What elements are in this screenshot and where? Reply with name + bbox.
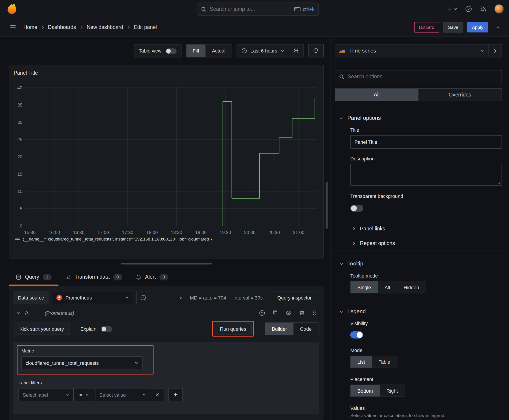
tooltip-mode-hidden[interactable]: Hidden — [397, 281, 426, 293]
svg-text:0: 0 — [20, 224, 23, 228]
save-button[interactable]: Save — [443, 22, 463, 32]
hide-query-icon[interactable] — [285, 310, 292, 316]
topbar: ctrl+k ? — [0, 0, 509, 18]
svg-text:19:00: 19:00 — [195, 230, 207, 235]
scrollbar-thumb[interactable] — [326, 182, 328, 229]
actual-option[interactable]: Actual — [205, 45, 232, 57]
add-filter-button[interactable] — [168, 388, 183, 401]
edit-panel-content: Table view Fill Actual Last 6 hours — [0, 37, 509, 420]
datasource-picker[interactable]: Prometheus — [52, 291, 133, 304]
label-filters-label: Label filters — [18, 380, 314, 385]
query-inspector-button[interactable]: Query inspector — [270, 291, 319, 304]
builder-option[interactable]: Builder — [265, 323, 293, 335]
refresh-button[interactable] — [308, 44, 324, 57]
code-option[interactable]: Code — [294, 323, 318, 335]
drag-handle-icon[interactable] — [312, 310, 316, 316]
plus-icon — [173, 392, 178, 397]
explain-label: Explain — [80, 326, 96, 332]
svg-text:19:30: 19:30 — [220, 230, 231, 235]
options-search-input[interactable] — [348, 74, 498, 79]
query-datasource-note: (Prometheus) — [45, 310, 74, 316]
time-series-chart[interactable]: 15:3016:0016:3017:0017:3018:0018:3019:00… — [12, 76, 321, 236]
select-label-dropdown[interactable]: Select label — [18, 388, 74, 401]
editor-tabs: Query 1 Transform data 0 Alert — [9, 269, 324, 286]
time-range-picker[interactable]: Last 6 hours — [237, 45, 289, 57]
tooltip-mode-single[interactable]: Single — [350, 281, 378, 293]
panel-resize-handle[interactable] — [121, 263, 212, 264]
kickstart-button[interactable]: Kick start your query — [14, 323, 69, 335]
legend-mode-segmented: List Table — [350, 356, 397, 368]
remove-filter-button[interactable] — [150, 388, 164, 401]
placement-bottom[interactable]: Bottom — [350, 385, 380, 397]
panel-links-row[interactable]: Panel links — [331, 221, 509, 236]
panel-options-header[interactable]: Panel options — [335, 115, 502, 121]
tooltip-mode-field: Tooltip mode Single All Hidden — [350, 273, 502, 293]
breadcrumb-home[interactable]: Home — [23, 24, 37, 30]
tab-all[interactable]: All — [335, 89, 418, 101]
topbar-actions: ? — [446, 3, 504, 15]
svg-text:15: 15 — [17, 172, 23, 177]
tab-query[interactable]: Query 1 — [9, 269, 58, 286]
run-queries-button[interactable]: Run queries — [214, 323, 251, 335]
zoom-out-button[interactable] — [289, 45, 304, 57]
new-menu-button[interactable] — [446, 3, 459, 15]
menu-toggle-button[interactable] — [7, 21, 19, 33]
breadcrumb-dashboards[interactable]: Dashboards — [48, 24, 76, 30]
tooltip-header[interactable]: Tooltip — [335, 261, 502, 267]
svg-text:16:00: 16:00 — [49, 230, 60, 235]
options-search[interactable] — [335, 70, 502, 83]
placement-right[interactable]: Right — [380, 385, 405, 397]
breadcrumb-new-dashboard[interactable]: New dashboard — [87, 24, 123, 30]
query-count-badge: 1 — [43, 274, 51, 280]
keyboard-icon — [294, 7, 301, 12]
delete-query-icon[interactable] — [299, 310, 305, 316]
help-button[interactable]: ? — [463, 3, 474, 15]
search-input[interactable] — [210, 6, 291, 12]
explain-switch[interactable] — [101, 326, 112, 332]
description-textarea[interactable] — [350, 164, 502, 186]
collapse-options-button[interactable] — [492, 21, 504, 33]
legend-header[interactable]: Legend — [335, 308, 502, 315]
tab-transform[interactable]: Transform data 0 — [58, 269, 129, 286]
chevron-up-icon — [495, 25, 501, 30]
legend-visibility-switch[interactable] — [350, 331, 363, 338]
chevron-right-icon[interactable] — [178, 295, 183, 300]
operator-dropdown[interactable]: = — [73, 388, 95, 401]
tab-alert[interactable]: Alert 0 — [129, 269, 175, 286]
user-avatar[interactable] — [494, 4, 504, 14]
visualization-picker[interactable]: Time series — [335, 44, 489, 57]
panel-options-section: Panel options Title Description — [335, 115, 502, 251]
resize-grip-icon[interactable] — [497, 181, 501, 184]
topbar-search[interactable]: ctrl+k — [197, 3, 319, 16]
transparent-background-switch[interactable] — [350, 205, 363, 212]
table-view-switch[interactable] — [165, 48, 176, 54]
legend-mode-table[interactable]: Table — [372, 356, 397, 368]
chevron-down-icon[interactable] — [16, 310, 20, 315]
query-help-icon[interactable]: ? — [259, 310, 265, 316]
metric-select[interactable]: cloudflared_tunnel_total_requests — [21, 356, 143, 369]
grafana-logo-icon[interactable] — [7, 4, 17, 14]
breadcrumb-separator-icon — [127, 25, 130, 29]
visualization-value: Time series — [349, 48, 376, 54]
svg-text:5: 5 — [20, 206, 23, 211]
legend-mode-list[interactable]: List — [350, 356, 372, 368]
collapse-sidebar-button[interactable] — [489, 44, 502, 57]
apply-button[interactable]: Apply — [467, 22, 488, 32]
svg-text:21:00: 21:00 — [293, 230, 304, 235]
query-ref-id[interactable]: A — [25, 310, 28, 316]
chevron-down-icon — [142, 393, 146, 397]
svg-text:16:30: 16:30 — [73, 230, 84, 235]
select-value-dropdown[interactable]: Select value — [95, 388, 150, 401]
panel-title-input[interactable] — [350, 135, 502, 149]
tab-overrides[interactable]: Overrides — [418, 89, 501, 101]
duplicate-query-icon[interactable] — [273, 310, 278, 316]
repeat-options-row[interactable]: Repeat options — [331, 236, 509, 251]
tooltip-section: Tooltip Tooltip mode Single All Hidden — [335, 261, 502, 293]
discard-button[interactable]: Discard — [414, 22, 439, 32]
chart-legend[interactable]: {__name__="cloudflared_tunnel_total_requ… — [12, 236, 321, 241]
news-button[interactable] — [478, 3, 489, 15]
datasource-help-button[interactable]: ? — [136, 291, 150, 304]
fill-option[interactable]: Fill — [186, 45, 205, 57]
tooltip-mode-all[interactable]: All — [378, 281, 397, 293]
table-view-toggle[interactable]: Table view — [134, 44, 181, 57]
